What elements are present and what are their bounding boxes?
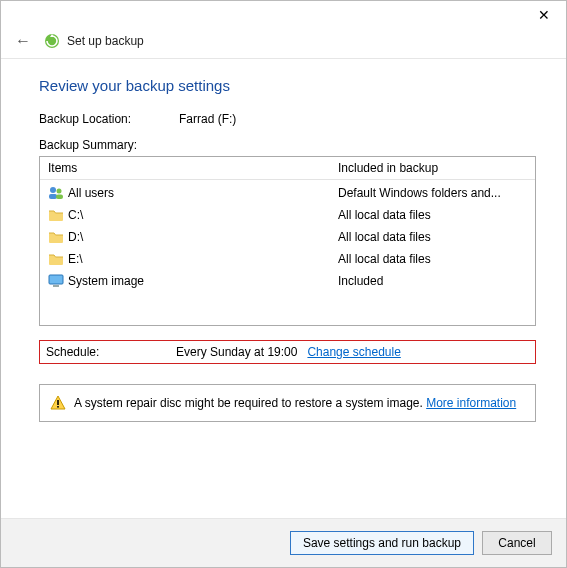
item-label: All users (68, 184, 114, 202)
included-label: All local data files (338, 206, 527, 224)
titlebar: ✕ (1, 1, 566, 29)
warning-box: A system repair disc might be required t… (39, 384, 536, 422)
folder-icon (48, 251, 64, 267)
column-included[interactable]: Included in backup (338, 161, 527, 175)
svg-point-2 (57, 189, 62, 194)
folder-icon (48, 207, 64, 223)
schedule-label: Schedule: (46, 345, 176, 359)
save-settings-button[interactable]: Save settings and run backup (290, 531, 474, 555)
included-label: All local data files (338, 250, 527, 268)
svg-rect-4 (56, 195, 63, 200)
back-arrow-icon[interactable]: ← (13, 32, 33, 50)
warning-icon (50, 395, 66, 411)
warning-text: A system repair disc might be required t… (74, 396, 516, 410)
column-items[interactable]: Items (48, 161, 338, 175)
monitor-icon (48, 273, 64, 289)
change-schedule-link[interactable]: Change schedule (307, 345, 400, 359)
warning-message: A system repair disc might be required t… (74, 396, 423, 410)
backup-location-row: Backup Location: Farrad (F:) (39, 112, 536, 126)
backup-icon (43, 32, 61, 50)
window-title: Set up backup (67, 34, 144, 48)
svg-point-1 (50, 187, 56, 193)
table-row[interactable]: C:\ All local data files (40, 204, 535, 226)
close-icon[interactable]: ✕ (532, 8, 556, 22)
included-label: Included (338, 272, 527, 290)
included-label: Default Windows folders and... (338, 184, 527, 202)
table-row[interactable]: E:\ All local data files (40, 248, 535, 270)
setup-backup-window: ✕ ← Set up backup Review your backup set… (0, 0, 567, 568)
item-label: D:\ (68, 228, 83, 246)
svg-rect-7 (57, 400, 59, 405)
svg-rect-3 (49, 194, 57, 199)
table-row[interactable]: System image Included (40, 270, 535, 292)
content: Review your backup settings Backup Locat… (1, 59, 566, 518)
item-label: System image (68, 272, 144, 290)
included-label: All local data files (338, 228, 527, 246)
backup-location-label: Backup Location: (39, 112, 179, 126)
more-information-link[interactable]: More information (426, 396, 516, 410)
svg-rect-6 (53, 285, 59, 287)
svg-rect-5 (49, 275, 63, 284)
summary-list: All users Default Windows folders and...… (40, 180, 535, 294)
cancel-button[interactable]: Cancel (482, 531, 552, 555)
footer: Save settings and run backup Cancel (1, 518, 566, 567)
folder-icon (48, 229, 64, 245)
backup-location-value: Farrad (F:) (179, 112, 236, 126)
page-title: Review your backup settings (39, 77, 536, 94)
item-label: C:\ (68, 206, 83, 224)
backup-summary-label: Backup Summary: (39, 138, 536, 152)
schedule-row: Schedule: Every Sunday at 19:00 Change s… (39, 340, 536, 364)
table-row[interactable]: D:\ All local data files (40, 226, 535, 248)
backup-summary-box: Items Included in backup All users Defau… (39, 156, 536, 326)
schedule-value: Every Sunday at 19:00 (176, 345, 297, 359)
summary-header: Items Included in backup (40, 157, 535, 180)
header: ← Set up backup (1, 29, 566, 59)
item-label: E:\ (68, 250, 83, 268)
table-row[interactable]: All users Default Windows folders and... (40, 182, 535, 204)
svg-rect-8 (57, 406, 59, 408)
users-icon (48, 185, 64, 201)
